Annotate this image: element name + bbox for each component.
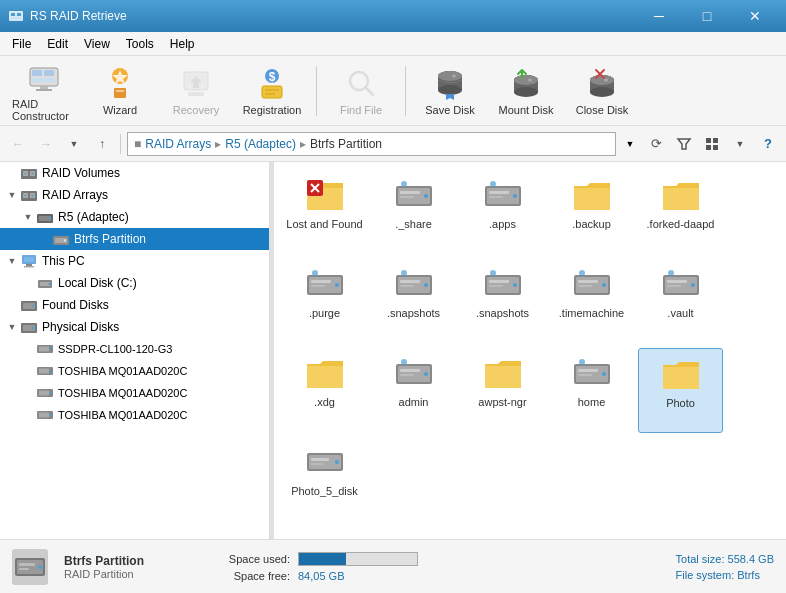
- file-item-lost-found[interactable]: Lost and Found: [282, 170, 367, 255]
- file-item-snapshots2[interactable]: .snapshots: [460, 259, 545, 344]
- maximize-button[interactable]: □: [684, 0, 730, 32]
- filesystem-value: Btrfs: [737, 569, 760, 581]
- tree-item-physical-disks[interactable]: ▼ Physical Disks: [0, 316, 269, 338]
- file-name: .apps: [489, 218, 516, 231]
- toolbar-close-disk[interactable]: Close Disk: [566, 61, 638, 121]
- minimize-button[interactable]: ─: [636, 0, 682, 32]
- toshiba3-icon: [36, 410, 54, 420]
- menu-tools[interactable]: Tools: [118, 35, 162, 53]
- tree-label: Btrfs Partition: [74, 232, 146, 246]
- file-item-admin[interactable]: admin: [371, 348, 456, 433]
- file-item-photo[interactable]: Photo: [638, 348, 723, 433]
- svg-rect-146: [311, 463, 323, 465]
- view-dropdown-button[interactable]: ▼: [728, 132, 752, 156]
- file-name: .forked-daapd: [647, 218, 715, 231]
- filter-button[interactable]: [672, 132, 696, 156]
- svg-point-54: [32, 195, 34, 197]
- right-panel: Lost and Found ._share: [274, 162, 786, 539]
- tree-item-found-disks[interactable]: Found Disks: [0, 294, 269, 316]
- svg-point-37: [604, 78, 608, 81]
- menu-edit[interactable]: Edit: [39, 35, 76, 53]
- view-mode-button[interactable]: [700, 132, 724, 156]
- file-item-backup[interactable]: .backup: [549, 170, 634, 255]
- file-item-forked-daapd[interactable]: .forked-daapd: [638, 170, 723, 255]
- toolbar-wizard[interactable]: Wizard: [84, 61, 156, 121]
- close-button[interactable]: ✕: [732, 0, 778, 32]
- help-button[interactable]: ?: [756, 132, 780, 156]
- menu-help[interactable]: Help: [162, 35, 203, 53]
- back-button[interactable]: ←: [6, 132, 30, 156]
- refresh-button[interactable]: ⟳: [644, 132, 668, 156]
- file-name: .snapshots: [387, 307, 440, 320]
- toolbar-save-disk[interactable]: Save Disk: [414, 61, 486, 121]
- titlebar: RS RAID Retrieve ─ □ ✕: [0, 0, 786, 32]
- tree-item-local-disk[interactable]: Local Disk (C:): [0, 272, 269, 294]
- menu-view[interactable]: View: [76, 35, 118, 53]
- toolbar-registration[interactable]: $ Registration: [236, 61, 308, 121]
- tree-item-toshiba2[interactable]: TOSHIBA MQ01AAD020C: [0, 382, 269, 404]
- file-item-vault[interactable]: .vault: [638, 259, 723, 344]
- breadcrumb-r5-adaptec[interactable]: R5 (Adaptec): [225, 137, 296, 151]
- file-item-purge[interactable]: .purge: [282, 259, 367, 344]
- svg-rect-3: [11, 17, 21, 19]
- svg-rect-116: [489, 285, 503, 287]
- file-item-timemachine[interactable]: .timemachine: [549, 259, 634, 344]
- breadcrumb-raid-arrays[interactable]: RAID Arrays: [145, 137, 211, 151]
- toolbar-mount-disk[interactable]: Mount Disk: [490, 61, 562, 121]
- toolbar-find-file: Find File: [325, 61, 397, 121]
- svg-rect-150: [19, 563, 35, 566]
- svg-point-126: [691, 283, 695, 287]
- file-name: home: [578, 396, 606, 409]
- toolbar-sep-1: [316, 66, 317, 116]
- space-free-value: 84,05 GB: [298, 570, 344, 582]
- tree-item-toshiba3[interactable]: TOSHIBA MQ01AAD020C: [0, 404, 269, 426]
- svg-rect-98: [489, 196, 503, 198]
- tree-label: This PC: [42, 254, 85, 268]
- svg-point-132: [424, 372, 428, 376]
- tree-item-raid-volumes[interactable]: RAID Volumes: [0, 162, 269, 184]
- svg-point-67: [48, 283, 50, 285]
- tree-item-this-pc[interactable]: ▼ This PC: [0, 250, 269, 272]
- svg-rect-18: [262, 86, 282, 98]
- admin-icon: [394, 356, 434, 392]
- raid-volumes-icon: [20, 166, 38, 180]
- mount-disk-icon: [508, 66, 544, 102]
- tree-label: Physical Disks: [42, 320, 119, 334]
- tree-item-r5-adaptec[interactable]: ▼ R5 (Adaptec): [0, 206, 269, 228]
- svg-rect-75: [39, 347, 49, 352]
- addr-sep: [120, 134, 121, 154]
- file-item-apps[interactable]: .apps: [460, 170, 545, 255]
- file-item-photo5[interactable]: Photo_5_disk: [282, 437, 367, 522]
- svg-point-31: [514, 75, 538, 85]
- svg-rect-81: [39, 391, 49, 396]
- file-item-awpst-ngr[interactable]: awpst-ngr: [460, 348, 545, 433]
- up-button[interactable]: ↑: [90, 132, 114, 156]
- svg-text:$: $: [269, 70, 276, 84]
- file-item-xdg[interactable]: .xdg: [282, 348, 367, 433]
- file-name: admin: [399, 396, 429, 409]
- menu-file[interactable]: File: [4, 35, 39, 53]
- left-panel: RAID Volumes ▼ RAID Arrays ▼ R5 (Adaptec…: [0, 162, 270, 539]
- breadcrumb-root-sep: ■: [134, 137, 141, 151]
- svg-point-93: [401, 181, 407, 187]
- xdg-icon: [305, 356, 345, 392]
- tree-item-btrfs[interactable]: Btrfs Partition: [0, 228, 269, 250]
- file-item-home[interactable]: home: [549, 348, 634, 433]
- tree-item-raid-arrays[interactable]: ▼ RAID Arrays: [0, 184, 269, 206]
- toolbar: RAID Constructor Wizard Recovery: [0, 56, 786, 126]
- addr-right-controls: ⟳ ▼ ?: [644, 132, 780, 156]
- toshiba2-icon: [36, 388, 54, 398]
- physical-disks-icon: [20, 320, 38, 334]
- apps-icon: [483, 178, 523, 214]
- tree-toggle: ▼: [20, 212, 36, 222]
- dropdown-history-button[interactable]: ▼: [62, 132, 86, 156]
- tree-item-toshiba1[interactable]: TOSHIBA MQ01AAD020C: [0, 360, 269, 382]
- breadcrumb-dropdown-button[interactable]: ▼: [620, 134, 640, 154]
- file-item-share[interactable]: ._share: [371, 170, 456, 255]
- svg-rect-41: [706, 138, 711, 143]
- forward-button[interactable]: →: [34, 132, 58, 156]
- awpst-ngr-icon: [483, 356, 523, 392]
- tree-item-ssdpr[interactable]: SSDPR-CL100-120-G3: [0, 338, 269, 360]
- file-item-snapshots1[interactable]: .snapshots: [371, 259, 456, 344]
- toolbar-raid-constructor[interactable]: RAID Constructor: [8, 61, 80, 121]
